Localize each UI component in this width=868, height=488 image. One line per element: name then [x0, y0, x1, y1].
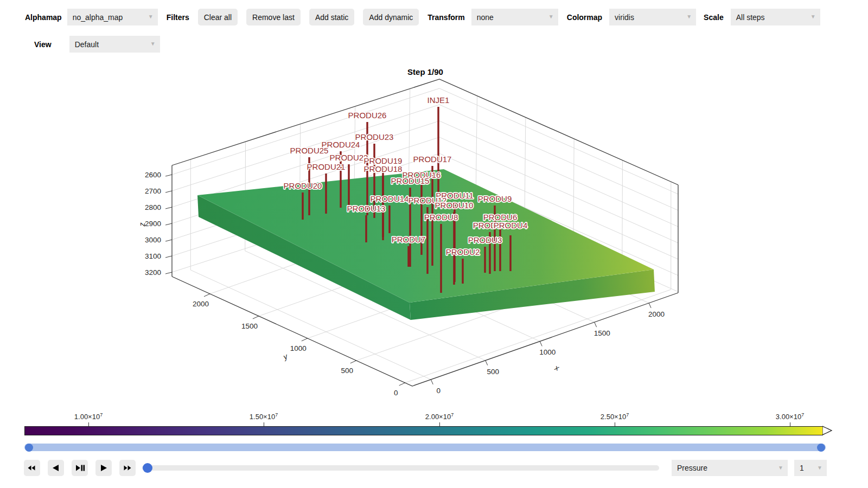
step-increment-value: 1	[800, 464, 804, 472]
scale-label: Scale	[704, 13, 724, 22]
z-tickmark	[165, 256, 172, 258]
chevron-down-icon: ▼	[148, 14, 154, 20]
tick-label: 2000	[193, 300, 209, 308]
clear-all-button[interactable]: Clear all	[198, 9, 238, 25]
scale-select[interactable]: All steps ▼	[731, 9, 820, 25]
add-static-button[interactable]: Add static	[309, 9, 354, 25]
well-label: PRODU8	[424, 213, 458, 222]
colorbar-arrow	[822, 426, 833, 436]
colormap-select[interactable]: viridis ▼	[609, 9, 696, 25]
alphamap-select[interactable]: no_alpha_map ▼	[67, 9, 158, 25]
well-label: PRODU23	[355, 132, 394, 142]
tick-label: 2900	[145, 220, 161, 228]
play-icon	[95, 460, 112, 476]
scale-value: All steps	[736, 13, 765, 22]
colormap-label: Colormap	[567, 13, 602, 22]
step-back-button[interactable]	[48, 460, 64, 476]
well-label: PRODU26	[348, 111, 387, 120]
property-select[interactable]: Pressure ▼	[672, 460, 788, 476]
tick-label: 3100	[145, 252, 161, 260]
view-label: View	[34, 40, 52, 49]
z-tickmark	[165, 175, 172, 176]
z-tickmark	[165, 223, 172, 225]
x-tickmark	[486, 361, 488, 365]
view-select[interactable]: Default ▼	[69, 36, 160, 53]
colorbar-tick-label: 1.50×107	[239, 412, 288, 421]
add-dynamic-button[interactable]: Add dynamic	[363, 9, 419, 25]
tick-label: 2700	[145, 187, 161, 195]
chevron-down-icon: ▼	[150, 41, 156, 47]
timestep-slider[interactable]	[142, 465, 659, 471]
tick-label: 1500	[241, 322, 258, 330]
range-handle-low[interactable]	[25, 444, 33, 452]
filters-label: Filters	[167, 13, 189, 22]
well-label: PRODU15	[391, 176, 430, 185]
range-handle-high[interactable]	[817, 444, 825, 452]
colorbar-range-slider[interactable]	[24, 444, 826, 451]
tick-label: 500	[341, 367, 354, 375]
chevron-down-icon: ▼	[778, 465, 783, 471]
well-label: PRODU7	[392, 235, 426, 244]
y-tickmark	[253, 316, 259, 319]
colorbar-tickmark	[790, 422, 790, 426]
well-label: PRODU17	[413, 155, 452, 164]
well-label: PRODU9	[478, 194, 512, 203]
x-tickmark	[431, 380, 433, 384]
tick-label: 0	[394, 389, 398, 397]
transform-label: Transform	[427, 13, 464, 22]
step-increment-select[interactable]: 1 ▼	[794, 460, 827, 476]
timestep-slider-thumb[interactable]	[143, 463, 152, 473]
tick-label: 3200	[145, 268, 161, 277]
play-pause-button[interactable]	[72, 460, 88, 476]
fast-forward-button[interactable]	[119, 460, 136, 476]
colorbar-tick-label: 1.00×107	[64, 412, 113, 421]
tick-label: 1000	[290, 344, 307, 352]
y-tickmark	[204, 294, 210, 297]
play-button[interactable]	[95, 460, 112, 476]
alphamap-value: no_alpha_map	[73, 13, 123, 22]
well-label: PRODU20	[284, 181, 322, 190]
y-tickmark	[399, 383, 405, 386]
play-pause-icon	[72, 460, 88, 476]
colorbar-tick-label: 2.00×107	[415, 412, 464, 421]
view-value: Default	[75, 40, 99, 49]
well-label: PRODU25	[290, 146, 329, 155]
well-label: PRODU10	[435, 201, 474, 210]
z-tickmark	[165, 272, 172, 274]
colorbar-tick-label: 3.00×107	[765, 412, 814, 421]
rewind-button[interactable]	[24, 460, 40, 476]
transform-value: none	[477, 13, 494, 22]
x-axis-label: x	[553, 363, 561, 373]
chevron-down-icon: ▼	[686, 14, 692, 20]
tick-label: 2000	[648, 310, 665, 318]
x-tickmark	[540, 341, 542, 346]
transform-select[interactable]: none ▼	[471, 9, 558, 25]
well-label: PRODU2	[446, 247, 480, 256]
well-label: PRODU13	[347, 204, 386, 213]
step-backward-icon	[48, 460, 64, 476]
gridline-y-wall	[525, 117, 526, 223]
y-tickmark	[350, 361, 356, 363]
well-label: PRODU21	[307, 162, 346, 171]
well-label: INJE1	[427, 95, 450, 105]
well-label: PRODU22	[330, 153, 368, 162]
colorbar-tickmark	[264, 422, 264, 426]
chevron-down-icon: ▼	[548, 14, 554, 20]
z-tickmark	[165, 240, 172, 241]
tick-label: 2600	[145, 171, 161, 179]
plot-3d-view[interactable]: 2600270028002900300031003200200015001000…	[0, 60, 868, 409]
x-tickmark	[649, 303, 651, 308]
well-label: PRODU4	[494, 221, 528, 230]
gridline-y-wall	[622, 160, 623, 267]
well-label: PRODU18	[364, 164, 403, 174]
alphamap-label: Alphamap	[25, 13, 62, 22]
colorbar	[24, 426, 823, 435]
remove-last-button[interactable]: Remove last	[246, 9, 301, 25]
tick-label: 1000	[539, 348, 556, 356]
well-label: PRODU14	[371, 194, 409, 203]
tick-label: 0	[437, 387, 441, 395]
chevron-down-icon: ▼	[817, 465, 822, 471]
y-axis-label: y	[282, 351, 290, 361]
tick-label: 2800	[145, 203, 161, 211]
colorbar-tick-label: 2.50×107	[590, 412, 639, 421]
